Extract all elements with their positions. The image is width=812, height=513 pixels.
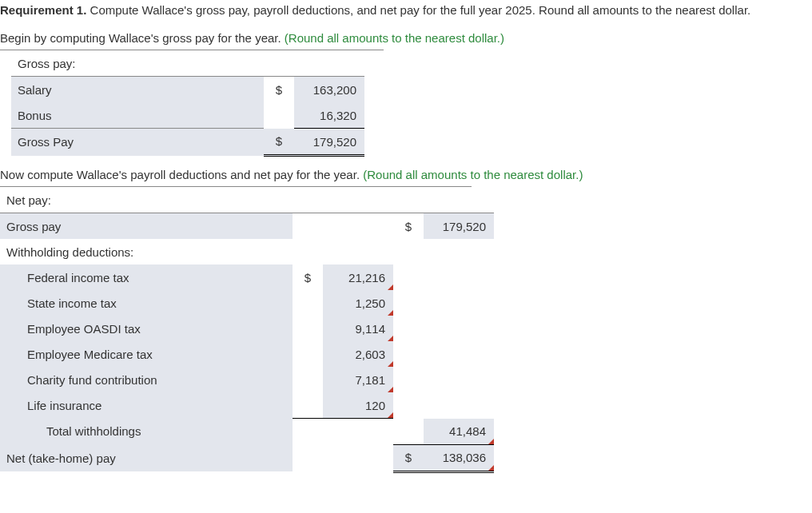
gross-pay-row-dollar: $ — [393, 213, 424, 240]
section2-hint: (Round all amounts to the nearest dollar… — [363, 168, 583, 181]
requirement-text-content: Compute Wallace's gross pay, payroll ded… — [90, 3, 751, 17]
gross-pay-header: Gross pay: — [11, 50, 264, 77]
federal-tax-value[interactable]: 21,216 — [323, 264, 393, 290]
state-tax-label[interactable]: State income tax — [0, 290, 293, 316]
section2-intro: Now compute Wallace's payroll deductions… — [0, 168, 360, 181]
bonus-value[interactable]: 16,320 — [294, 102, 364, 129]
salary-dollar: $ — [264, 77, 294, 103]
net-pay-table: Net pay: Gross pay $ 179,520 Withholding… — [0, 187, 494, 473]
net-take-home-label[interactable]: Net (take-home) pay — [0, 444, 293, 471]
charity-value[interactable]: 7,181 — [323, 367, 393, 392]
state-tax-value[interactable]: 1,250 — [323, 290, 393, 316]
total-withholdings-label[interactable]: Total withholdings — [0, 419, 293, 445]
gross-pay-value[interactable]: 179,520 — [294, 129, 364, 156]
section1-hint: (Round all amounts to the nearest dollar… — [285, 31, 504, 45]
bonus-label[interactable]: Bonus — [11, 102, 264, 129]
federal-tax-dollar: $ — [293, 264, 323, 290]
section1-instruction: Begin by computing Wallace's gross pay f… — [0, 31, 812, 45]
gross-pay-dollar: $ — [264, 129, 294, 156]
life-insurance-label[interactable]: Life insurance — [0, 392, 293, 419]
requirement-line: Requirement 1. Compute Wallace's gross p… — [0, 3, 812, 17]
section1-intro: Begin by computing Wallace's gross pay f… — [0, 31, 281, 45]
net-take-home-value[interactable]: 138,036 — [424, 444, 494, 471]
gross-pay-label[interactable]: Gross Pay — [11, 129, 264, 156]
gross-pay-row-label[interactable]: Gross pay — [0, 213, 293, 240]
medicare-label[interactable]: Employee Medicare tax — [0, 341, 293, 367]
medicare-value[interactable]: 2,603 — [323, 341, 393, 367]
total-withholdings-value[interactable]: 41,484 — [424, 419, 494, 445]
life-insurance-value[interactable]: 120 — [323, 392, 393, 419]
net-pay-header: Net pay: — [0, 187, 293, 213]
federal-tax-label[interactable]: Federal income tax — [0, 264, 293, 290]
section2-instruction: Now compute Wallace's payroll deductions… — [0, 168, 812, 181]
net-take-home-dollar: $ — [393, 444, 424, 471]
gross-pay-table: Gross pay: Salary $ 163,200 Bonus 16,320… — [11, 50, 364, 157]
salary-value[interactable]: 163,200 — [294, 77, 364, 103]
gross-pay-row-value[interactable]: 179,520 — [424, 213, 494, 240]
oasdi-value[interactable]: 9,114 — [323, 316, 393, 341]
oasdi-label[interactable]: Employee OASDI tax — [0, 316, 293, 341]
salary-label[interactable]: Salary — [11, 77, 264, 103]
requirement-label: Requirement 1. — [0, 3, 86, 17]
charity-label[interactable]: Charity fund contribution — [0, 367, 293, 392]
withholding-header: Withholding deductions: — [0, 239, 293, 264]
